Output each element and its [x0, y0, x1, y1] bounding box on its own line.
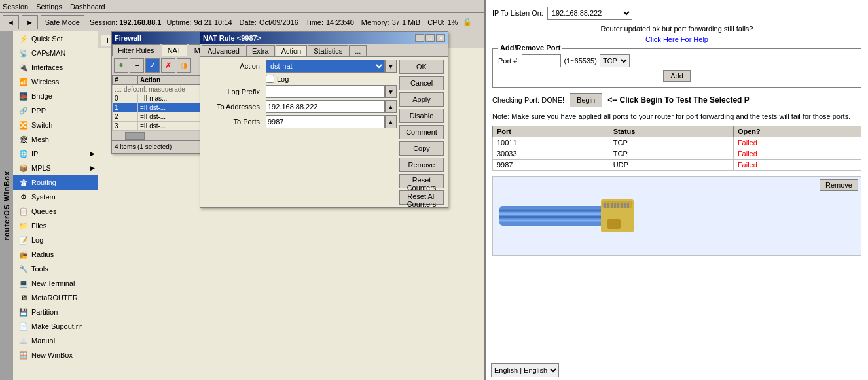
action-dropdown-btn[interactable]: ▼ — [385, 60, 397, 73]
sidebar-item-log[interactable]: 📝 Log — [13, 233, 98, 247]
cancel-button[interactable]: Cancel — [399, 76, 444, 90]
sidebar: ⚡ Quick Set 📡 CAPsMAN 🔌 Interfaces 📶 Wir… — [13, 31, 98, 380]
add-rule-button[interactable]: + — [114, 58, 128, 73]
session-label: Session: 192.168.88.1 — [90, 18, 162, 26]
to-addresses-btn[interactable]: ▲ — [385, 100, 397, 113]
action-select[interactable]: dst-nat — [266, 60, 385, 73]
copy-button[interactable]: Copy — [399, 141, 444, 156]
routing-icon: 🛣 — [18, 177, 29, 188]
svg-rect-11 — [627, 203, 629, 208]
copy-rule-button[interactable]: ◑ — [177, 58, 191, 73]
tab-statistics[interactable]: Statistics — [308, 45, 348, 56]
help-link[interactable]: Click Here For Help — [492, 35, 861, 43]
sidebar-item-system[interactable]: ⚙ System — [13, 190, 98, 204]
port-table-row[interactable]: 9987 UDP Failed — [493, 160, 861, 171]
sidebar-item-manual[interactable]: 📖 Manual — [13, 334, 98, 348]
sidebar-item-partition[interactable]: 💾 Partition — [13, 305, 98, 319]
svg-rect-12 — [607, 219, 621, 229]
to-ports-btn[interactable]: ▲ — [385, 115, 397, 128]
disable-button[interactable]: ✗ — [161, 58, 175, 73]
port-table-row[interactable]: 30033 TCP Failed — [493, 148, 861, 160]
remove-rule-button[interactable]: − — [130, 58, 144, 73]
nat-minimize-button[interactable]: _ — [415, 34, 424, 42]
menu-settings[interactable]: Settings — [36, 3, 62, 10]
content-area: Home Dual Quick Set Firewall _ □ ✕ — [98, 31, 484, 380]
reset-all-counters-button[interactable]: Reset All Counters — [399, 190, 444, 205]
to-addresses-input[interactable] — [266, 100, 385, 113]
disable-rule-button[interactable]: Disable — [399, 109, 444, 123]
tab-filter-rules[interactable]: Filter Rules — [112, 44, 160, 56]
sidebar-item-mesh[interactable]: 🕸 Mesh — [13, 132, 98, 147]
sidebar-item-quickset[interactable]: ⚡ Quick Set — [13, 31, 98, 46]
begin-button[interactable]: Begin — [570, 93, 602, 107]
comment-button[interactable]: Comment — [399, 125, 444, 139]
nat-title: NAT Rule <9987> — [203, 34, 261, 42]
partition-icon: 💾 — [18, 307, 29, 317]
right-content: IP To Listen On: 192.168.88.222 Router u… — [486, 0, 868, 360]
back-button[interactable]: ◄ — [3, 15, 19, 29]
to-addresses-label: To Addresses: — [203, 103, 262, 111]
menu-dashboard[interactable]: Dashboard — [70, 3, 105, 10]
tab-advanced[interactable]: Advanced — [202, 45, 245, 56]
sidebar-item-ip[interactable]: 🌐 IP ▶ — [13, 147, 98, 161]
log-row: Log — [203, 75, 397, 83]
click-hint: <-- Click Begin To Test The Selected P — [607, 95, 750, 105]
log-prefix-dropdown[interactable]: ▼ — [385, 85, 397, 98]
nat-rule-window: NAT Rule <9987> _ □ ✕ Advanced Extra Act… — [200, 31, 448, 208]
sidebar-item-switch[interactable]: 🔀 Switch — [13, 118, 98, 132]
nat-titlebar: NAT Rule <9987> _ □ ✕ — [200, 32, 448, 44]
menu-session[interactable]: Session — [3, 3, 28, 10]
sidebar-item-files[interactable]: 📁 Files — [13, 218, 98, 233]
sidebar-item-routing[interactable]: 🛣 Routing — [13, 175, 98, 190]
port-table-row[interactable]: 10011 TCP Failed — [493, 137, 861, 148]
right-panel: IP To Listen On: 192.168.88.222 Router u… — [484, 0, 868, 380]
language-select[interactable]: English | English — [491, 363, 559, 377]
sidebar-item-queues[interactable]: 📋 Queues — [13, 204, 98, 218]
scrollbar-thumb[interactable] — [125, 132, 145, 140]
cable-image — [499, 183, 657, 249]
log-checkbox[interactable] — [266, 75, 274, 83]
sidebar-item-supout[interactable]: 📄 Make Supout.rif — [13, 319, 98, 334]
apply-button[interactable]: Apply — [399, 92, 444, 107]
to-ports-label: To Ports: — [203, 118, 262, 126]
tab-more[interactable]: ... — [349, 45, 367, 56]
enable-button[interactable]: ✓ — [145, 58, 160, 73]
sidebar-item-mpls[interactable]: 📦 MPLS ▶ — [13, 161, 98, 175]
add-port-button[interactable]: Add — [663, 70, 691, 82]
safe-mode-button[interactable]: Safe Mode — [41, 15, 84, 29]
sidebar-item-new-winbox[interactable]: 🪟 New WinBox — [13, 348, 98, 362]
menu-bar: Session Settings Dashboard — [0, 0, 484, 13]
cable-section: Remove — [492, 176, 861, 256]
ip-listen-label: IP To Listen On: — [492, 9, 543, 17]
log-prefix-label: Log Prefix: — [203, 88, 262, 95]
ok-button[interactable]: OK — [399, 60, 444, 74]
ip-listen-select[interactable]: 192.168.88.222 — [547, 7, 632, 20]
nat-tabs: Advanced Extra Action Statistics ... — [200, 44, 448, 56]
reset-counters-button[interactable]: Reset Counters — [399, 174, 444, 188]
interfaces-icon: 🔌 — [18, 62, 29, 73]
sidebar-item-tools[interactable]: 🔧 Tools — [13, 262, 98, 276]
remove-rule-btn[interactable]: Remove — [399, 158, 444, 172]
tab-nat[interactable]: NAT — [162, 44, 187, 56]
sidebar-item-radius[interactable]: 📻 Radius — [13, 247, 98, 262]
sidebar-item-ppp[interactable]: 🔗 PPP — [13, 103, 98, 118]
to-ports-input[interactable] — [266, 115, 385, 128]
nat-close-button[interactable]: ✕ — [436, 34, 445, 42]
sidebar-item-metarouter[interactable]: 🖥 MetaROUTER — [13, 290, 98, 305]
tab-action[interactable]: Action — [276, 45, 308, 56]
log-prefix-input[interactable] — [266, 85, 385, 98]
nat-maximize-button[interactable]: □ — [425, 34, 435, 42]
sidebar-item-bridge[interactable]: 🌉 Bridge — [13, 89, 98, 103]
forward-button[interactable]: ► — [22, 15, 38, 29]
sidebar-item-interfaces[interactable]: 🔌 Interfaces — [13, 60, 98, 75]
remove-port-button[interactable]: Remove — [820, 179, 858, 191]
sidebar-item-wireless[interactable]: 📶 Wireless — [13, 75, 98, 89]
uptime-display: Uptime: 9d 21:10:14 Date: Oct/09/2016 Ti… — [166, 18, 458, 26]
sidebar-item-capsman[interactable]: 📡 CAPsMAN — [13, 46, 98, 60]
port-number-input[interactable] — [522, 54, 561, 67]
nat-action-buttons: OK Cancel Apply Disable Comment Copy Rem… — [399, 60, 445, 205]
sidebar-item-new-terminal[interactable]: 💻 New Terminal — [13, 276, 98, 290]
protocol-select[interactable]: TCP UDP — [600, 54, 630, 67]
checking-port-label: Checking Port: DONE! — [492, 96, 564, 104]
tab-extra[interactable]: Extra — [246, 45, 275, 56]
